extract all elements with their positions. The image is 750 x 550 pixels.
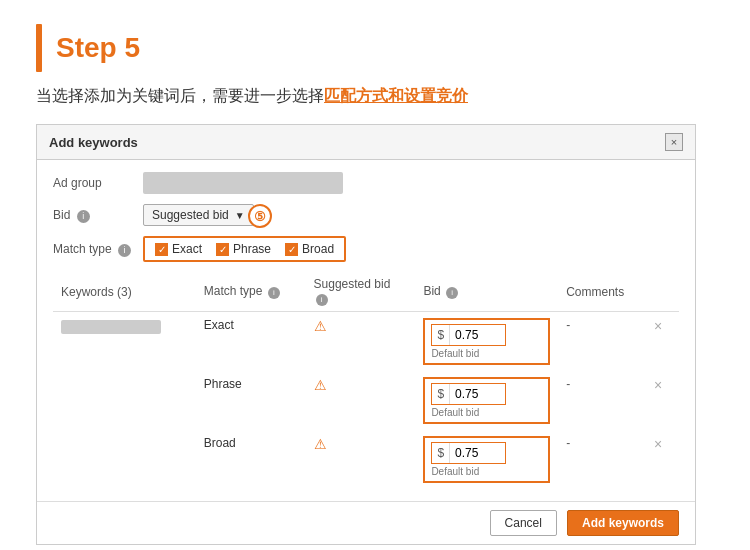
- exact-label: Exact: [172, 242, 202, 256]
- modal-footer: Cancel Add keywords: [37, 501, 695, 544]
- step-bar-decoration: [36, 24, 42, 72]
- bid-hint-3: Default bid: [431, 466, 479, 477]
- phrase-label: Phrase: [233, 242, 271, 256]
- col-header-suggested-bid: Suggested bid i: [306, 272, 416, 312]
- remove-row-2-button[interactable]: ×: [654, 377, 662, 393]
- comments-cell-1: -: [558, 312, 646, 372]
- modal-close-button[interactable]: ×: [665, 133, 683, 151]
- keyword-cell-3: [53, 430, 196, 489]
- action-cell-3: ×: [646, 430, 679, 489]
- dash-2: -: [566, 377, 570, 391]
- table-row: Broad ⚠ $: [53, 430, 679, 489]
- dash-1: -: [566, 318, 570, 332]
- ad-group-label: Ad group: [53, 176, 143, 190]
- warn-icon-1: ⚠: [314, 318, 327, 334]
- bid-cell-2: $ Default bid: [415, 371, 558, 430]
- bid-cell-3: $ Default bid: [415, 430, 558, 489]
- keyword-cell-1: [53, 312, 196, 372]
- modal-body: Ad group Bid i Suggested bid ▼ ⑤ Ma: [37, 160, 695, 501]
- step-circle-badge: ⑤: [248, 204, 272, 228]
- table-row: Phrase ⚠ $: [53, 371, 679, 430]
- suggested-bid-cell-3: ⚠: [306, 430, 416, 489]
- ad-group-value-placeholder: [143, 172, 343, 194]
- match-type-col-info-icon[interactable]: i: [268, 287, 280, 299]
- modal-title: Add keywords: [49, 135, 138, 150]
- bid-row: Bid i Suggested bid ▼ ⑤: [53, 204, 679, 226]
- bid-input-row-2: $: [431, 383, 506, 405]
- page: Step 5 当选择添加为关键词后，需要进一步选择匹配方式和设置竞价 Add k…: [0, 0, 750, 550]
- remove-row-1-button[interactable]: ×: [654, 318, 662, 334]
- exact-checkbox-label[interactable]: ✓ Exact: [155, 242, 202, 256]
- bid-input-row-1: $: [431, 324, 506, 346]
- step-header: Step 5: [36, 24, 714, 72]
- phrase-checkbox[interactable]: ✓: [216, 243, 229, 256]
- step-description: 当选择添加为关键词后，需要进一步选择匹配方式和设置竞价: [36, 84, 714, 108]
- bid-cell-1: $ Default bid: [415, 312, 558, 372]
- suggested-bid-cell-2: ⚠: [306, 371, 416, 430]
- suggested-bid-col-info-icon[interactable]: i: [316, 294, 328, 306]
- bid-input-highlight-2: $ Default bid: [423, 377, 550, 424]
- bid-input-highlight-3: $ Default bid: [423, 436, 550, 483]
- action-cell-1: ×: [646, 312, 679, 372]
- add-keywords-modal: Add keywords × Ad group Bid i Suggested …: [36, 124, 696, 545]
- col-header-action: [646, 272, 679, 312]
- bid-input-field-1[interactable]: [450, 325, 505, 345]
- suggested-bid-cell-1: ⚠: [306, 312, 416, 372]
- broad-label: Broad: [302, 242, 334, 256]
- col-header-keywords: Keywords (3): [53, 272, 196, 312]
- remove-row-3-button[interactable]: ×: [654, 436, 662, 452]
- phrase-checkbox-label[interactable]: ✓ Phrase: [216, 242, 271, 256]
- add-keywords-button[interactable]: Add keywords: [567, 510, 679, 536]
- col-header-match-type: Match type i: [196, 272, 306, 312]
- comments-cell-2: -: [558, 371, 646, 430]
- action-cell-2: ×: [646, 371, 679, 430]
- dropdown-arrow-icon: ▼: [235, 210, 245, 221]
- modal-header: Add keywords ×: [37, 125, 695, 160]
- match-type-row: Match type i ✓ Exact ✓ Phrase ✓ Broad: [53, 236, 679, 262]
- step-title: Step 5: [56, 32, 140, 64]
- match-type-label: Match type i: [53, 242, 143, 257]
- bid-input-row-3: $: [431, 442, 506, 464]
- table-header-row: Keywords (3) Match type i Suggested bid …: [53, 272, 679, 312]
- keywords-table: Keywords (3) Match type i Suggested bid …: [53, 272, 679, 489]
- match-type-cell-1: Exact: [196, 312, 306, 372]
- currency-symbol-1: $: [432, 325, 450, 345]
- match-type-info-icon[interactable]: i: [118, 244, 131, 257]
- currency-symbol-3: $: [432, 443, 450, 463]
- exact-checkbox[interactable]: ✓: [155, 243, 168, 256]
- bid-info-icon[interactable]: i: [77, 210, 90, 223]
- warn-icon-2: ⚠: [314, 377, 327, 393]
- bid-input-field-3[interactable]: [450, 443, 505, 463]
- warn-icon-3: ⚠: [314, 436, 327, 452]
- match-type-cell-3: Broad: [196, 430, 306, 489]
- bid-group-1: $ Default bid: [431, 324, 542, 359]
- table-row: Exact ⚠ $: [53, 312, 679, 372]
- col-header-comments: Comments: [558, 272, 646, 312]
- step-desc-highlight: 匹配方式和设置竞价: [324, 87, 468, 104]
- bid-col-info-icon[interactable]: i: [446, 287, 458, 299]
- keyword-cell-2: [53, 371, 196, 430]
- match-type-cell-2: Phrase: [196, 371, 306, 430]
- bid-input-highlight-1: $ Default bid: [423, 318, 550, 365]
- keyword-placeholder-1: [61, 320, 161, 334]
- bid-hint-2: Default bid: [431, 407, 479, 418]
- col-header-bid: Bid i: [415, 272, 558, 312]
- match-type-container: ✓ Exact ✓ Phrase ✓ Broad: [143, 236, 346, 262]
- currency-symbol-2: $: [432, 384, 450, 404]
- bid-hint-1: Default bid: [431, 348, 479, 359]
- bid-input-field-2[interactable]: [450, 384, 505, 404]
- comments-cell-3: -: [558, 430, 646, 489]
- cancel-button[interactable]: Cancel: [490, 510, 557, 536]
- bid-group-3: $ Default bid: [431, 442, 542, 477]
- ad-group-row: Ad group: [53, 172, 679, 194]
- step-desc-plain: 当选择添加为关键词后，需要进一步选择: [36, 87, 324, 104]
- bid-group-2: $ Default bid: [431, 383, 542, 418]
- bid-label: Bid i: [53, 208, 143, 223]
- broad-checkbox-label[interactable]: ✓ Broad: [285, 242, 334, 256]
- broad-checkbox[interactable]: ✓: [285, 243, 298, 256]
- dash-3: -: [566, 436, 570, 450]
- suggested-bid-button[interactable]: Suggested bid ▼: [143, 204, 254, 226]
